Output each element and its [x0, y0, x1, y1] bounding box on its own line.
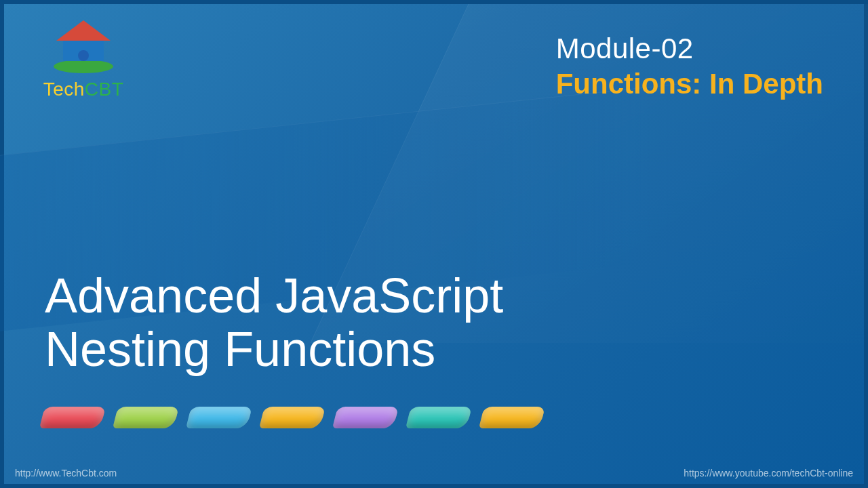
topic-title: Nesting Functions — [45, 324, 503, 375]
svg-point-0 — [54, 60, 113, 73]
module-label: Module-02 — [556, 33, 823, 65]
website-link[interactable]: http://www.TechCbt.com — [15, 468, 117, 479]
accent-pill — [479, 407, 545, 428]
logo-word-2: CBT — [85, 79, 124, 100]
accent-pill — [186, 407, 252, 428]
accent-pill-row — [42, 407, 542, 428]
accent-pill — [332, 407, 399, 428]
footer-right-url[interactable]: https://www.youtube.com/techCbt-online — [684, 468, 853, 479]
logo-icon — [43, 16, 124, 77]
youtube-link[interactable]: https://www.youtube.com/techCbt-online — [684, 468, 853, 479]
module-header: Module-02 Functions: In Depth — [556, 33, 823, 100]
svg-marker-1 — [56, 20, 111, 41]
logo-text: TechCBT — [33, 79, 134, 100]
main-titles: Advanced JavaScript Nesting Functions — [45, 270, 503, 375]
accent-pill — [113, 407, 179, 428]
accent-pill — [259, 407, 326, 428]
footer-left-url[interactable]: http://www.TechCbt.com — [15, 468, 117, 479]
course-title: Advanced JavaScript — [45, 270, 503, 322]
module-title: Functions: In Depth — [556, 68, 823, 100]
logo-word-1: Tech — [43, 79, 85, 100]
svg-point-3 — [78, 50, 89, 61]
accent-pill — [406, 407, 472, 428]
brand-logo: TechCBT — [33, 16, 134, 100]
slide: TechCBT Module-02 Functions: In Depth Ad… — [0, 0, 868, 488]
accent-pill — [39, 407, 106, 428]
